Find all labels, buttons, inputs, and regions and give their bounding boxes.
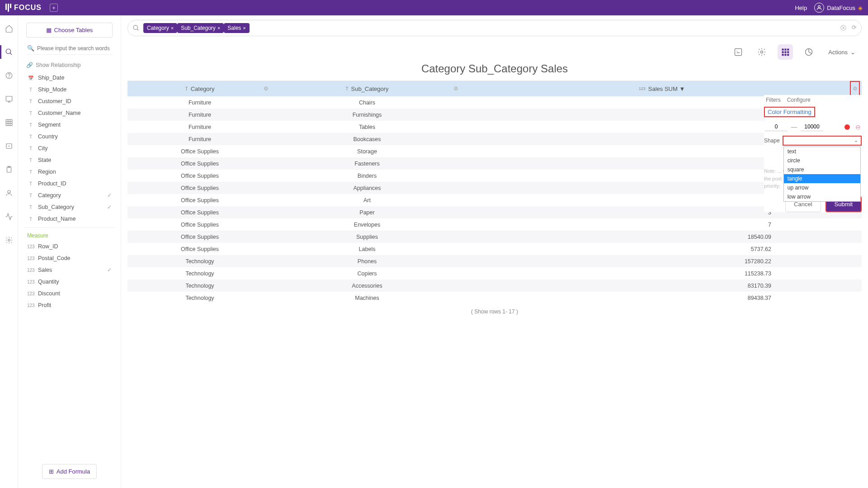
rail-settings-icon[interactable] (4, 235, 14, 245)
app-logo[interactable]: FOCUS (5, 4, 42, 12)
user-avatar-icon (814, 3, 824, 13)
field-item[interactable]: TRegion (24, 166, 115, 178)
field-item[interactable]: TSegment (24, 119, 115, 131)
field-item[interactable]: 123Quantity (24, 276, 115, 288)
table-row[interactable]: Office SuppliesBinders9 (127, 170, 862, 182)
dropdown-option[interactable]: low arrow (784, 192, 860, 201)
dropdown-option[interactable]: square (784, 165, 860, 174)
shape-select[interactable]: ⌄ textcirclesquaretangleup arrowlow arro… (783, 136, 862, 146)
dropdown-option[interactable]: circle (784, 156, 860, 165)
col-header-category[interactable]: TCategory⚙ (127, 85, 272, 92)
clear-icon[interactable]: ⓧ (840, 24, 846, 32)
tab-filters[interactable]: Filters (766, 97, 781, 103)
add-formula-button[interactable]: ⊞ Add Formula (42, 464, 97, 479)
field-item[interactable]: 123Profit (24, 299, 115, 311)
field-item[interactable]: TCountry (24, 131, 115, 142)
range-from-input[interactable] (765, 123, 788, 131)
choose-tables-label: Choose Tables (54, 27, 93, 33)
dropdown-option[interactable]: text (784, 147, 860, 156)
table-row[interactable]: Office SuppliesLabels5737.62 (127, 243, 862, 255)
page-title: Category Sub_Category Sales (127, 62, 862, 75)
table-row[interactable]: FurnitureTables8 (127, 121, 862, 133)
field-item[interactable]: 123Discount (24, 288, 115, 299)
close-icon[interactable]: × (243, 25, 245, 31)
table-row[interactable]: FurnitureBookcases4 (127, 133, 862, 145)
table-body: FurnitureChairs15FurnitureFurnishings25F… (127, 96, 862, 304)
rail-chart-icon[interactable] (4, 94, 14, 104)
gear-icon[interactable]: ⚙ (453, 85, 458, 92)
rail-activity-icon[interactable] (4, 212, 14, 222)
table-view-icon[interactable] (778, 44, 793, 60)
field-item[interactable]: 123Postal_Code (24, 252, 115, 264)
col-header-sales[interactable]: 123Sales SUM ▼ (462, 85, 862, 92)
dropdown-option[interactable]: up arrow (784, 183, 860, 192)
refresh-icon[interactable]: ⟳ (852, 24, 857, 32)
query-search-bar[interactable]: Category×Sub_Category×Sales× ⓧ ⟳ (127, 20, 862, 36)
table-row[interactable]: Office SuppliesEnvelopes7 (127, 218, 862, 231)
show-relationship-toggle[interactable]: 🔗 Show Relationship (26, 62, 113, 68)
rail-user-icon[interactable] (4, 188, 14, 198)
field-item[interactable]: TCustomer_Name (24, 107, 115, 119)
settings-icon[interactable] (754, 44, 769, 60)
column-settings-button[interactable]: ⚙ (850, 81, 860, 96)
table-row[interactable]: FurnitureChairs15 (127, 96, 862, 109)
actions-menu[interactable]: Actions ⌄ (825, 46, 859, 58)
field-item[interactable]: TState (24, 154, 115, 166)
rail-search-icon[interactable] (4, 47, 14, 57)
table-row[interactable]: TechnologyAccessories83170.39 (127, 280, 862, 292)
rail-clipboard-icon[interactable] (4, 165, 14, 175)
table-row[interactable]: FurnitureFurnishings25 (127, 109, 862, 121)
field-item[interactable]: 123Sales✓ (24, 264, 115, 276)
user-menu[interactable]: DataFocus ◈ (814, 3, 863, 13)
rail-home-icon[interactable] (4, 24, 14, 33)
search-pill[interactable]: Sales× (224, 23, 249, 33)
type-icon: 123 (27, 244, 34, 249)
type-icon: T (27, 146, 34, 151)
ask-icon[interactable] (731, 44, 746, 60)
close-icon[interactable]: × (171, 25, 174, 31)
search-pill[interactable]: Category× (143, 23, 177, 33)
field-search[interactable]: 🔍 (26, 42, 113, 55)
shape-select-row: Shape ⌄ textcirclesquaretangleup arrowlo… (764, 136, 862, 146)
table-row[interactable]: Office SuppliesSupplies18540.09 (127, 231, 862, 243)
table-row[interactable]: Office SuppliesPaper3 (127, 206, 862, 218)
field-item[interactable]: TShip_Mode (24, 84, 115, 95)
table-row[interactable]: Office SuppliesStorage10 (127, 145, 862, 157)
choose-tables-button[interactable]: ▦ Choose Tables (26, 23, 113, 38)
col-header-subcategory[interactable]: TSub_Category⚙ (272, 85, 462, 92)
dropdown-option[interactable]: tangle (784, 174, 860, 183)
add-tab-button[interactable]: ＋ (50, 4, 58, 12)
field-item[interactable]: TCity (24, 142, 115, 154)
table-row[interactable]: Office SuppliesFasteners1 (127, 157, 862, 170)
field-item[interactable]: 123Row_ID (24, 241, 115, 252)
field-item[interactable]: TCustomer_ID (24, 95, 115, 107)
shape-dropdown: textcirclesquaretangleup arrowlow arrow (783, 147, 861, 202)
color-swatch[interactable] (844, 124, 850, 130)
chart-type-icon[interactable] (801, 44, 816, 60)
close-icon[interactable]: × (217, 25, 220, 31)
table-row[interactable]: Office SuppliesAppliances5 (127, 182, 862, 194)
field-item[interactable]: TProduct_ID (24, 178, 115, 190)
field-item[interactable]: TCategory✓ (24, 190, 115, 201)
range-to-input[interactable] (801, 123, 823, 131)
remove-rule-icon[interactable]: ⊖ (855, 123, 861, 131)
svg-rect-5 (6, 96, 12, 101)
rail-help-icon[interactable] (4, 71, 14, 81)
svg-point-0 (818, 5, 821, 8)
field-search-input[interactable] (37, 45, 112, 52)
search-pill[interactable]: Sub_Category× (177, 23, 224, 33)
gear-icon[interactable]: ⚙ (264, 85, 269, 92)
field-item[interactable]: 📅Ship_Date (24, 72, 115, 84)
type-icon: T (27, 111, 34, 116)
table-row[interactable]: Office SuppliesArt1 (127, 194, 862, 206)
help-link[interactable]: Help (795, 5, 807, 11)
table-row[interactable]: TechnologyPhones157280.22 (127, 255, 862, 267)
color-formatting-header[interactable]: Color Formatting (764, 107, 815, 117)
field-item[interactable]: TProduct_Name (24, 213, 115, 225)
field-item[interactable]: TSub_Category✓ (24, 201, 115, 213)
rail-grid-icon[interactable] (4, 118, 14, 128)
rail-box-icon[interactable] (4, 141, 14, 151)
table-row[interactable]: TechnologyMachines89438.37 (127, 292, 862, 304)
table-row[interactable]: TechnologyCopiers115238.73 (127, 267, 862, 280)
tab-configure[interactable]: Configure (787, 97, 811, 103)
